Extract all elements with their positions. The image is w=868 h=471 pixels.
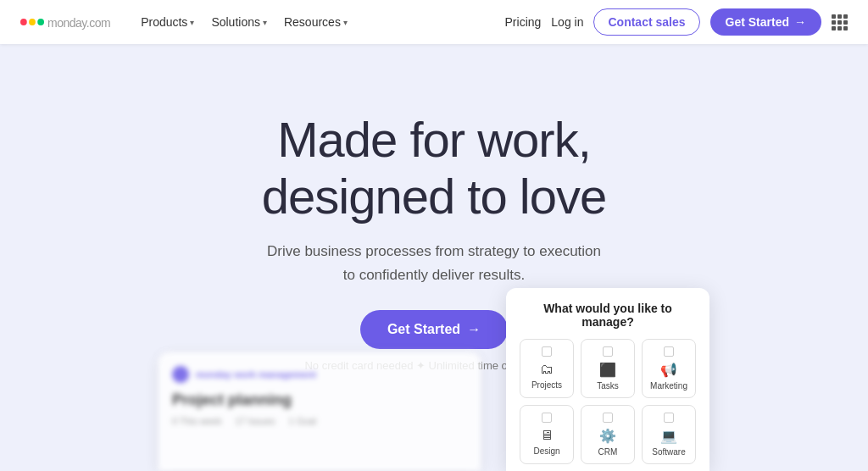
widget-item-projects[interactable]: 🗂 Projects — [520, 339, 574, 398]
checkbox-marketing[interactable] — [664, 346, 674, 357]
contact-sales-button[interactable]: Contact sales — [593, 8, 699, 36]
hero-bottom-panels: monday work management Project planning … — [0, 288, 868, 471]
panel-title: Project planning — [172, 391, 467, 409]
logo-brand-text: monday.com — [47, 14, 110, 31]
software-icon: 💻 — [660, 428, 677, 444]
resources-chevron-icon: ▾ — [343, 18, 348, 27]
panel-avatar — [172, 366, 189, 383]
widget-item-marketing[interactable]: 📢 Marketing — [642, 339, 696, 398]
crm-label: CRM — [598, 447, 618, 457]
marketing-label: Marketing — [650, 381, 687, 391]
panel-stat-3: 1 Goal — [289, 416, 316, 426]
get-started-nav-button[interactable]: Get Started → — [710, 8, 821, 36]
marketing-icon: 📢 — [660, 362, 677, 378]
widget-item-crm[interactable]: ⚙️ CRM — [581, 405, 635, 464]
navbar: monday.com Products ▾ Solutions ▾ Resour… — [0, 0, 868, 44]
hero-section: Made for work, designed to love Drive bu… — [0, 44, 868, 471]
svg-point-2 — [37, 19, 44, 25]
nav-links: Products ▾ Solutions ▾ Resources ▾ — [134, 12, 354, 32]
nav-resources[interactable]: Resources ▾ — [277, 12, 354, 32]
logo-suffix: .com — [86, 16, 110, 30]
navbar-right: Pricing Log in Contact sales Get Started… — [505, 8, 848, 36]
tasks-icon: ⬛ — [599, 362, 616, 378]
panel-header: monday work management — [172, 366, 467, 383]
checkbox-crm[interactable] — [603, 413, 613, 423]
checkbox-projects[interactable] — [542, 346, 552, 357]
widget-title: What would you like to manage? — [520, 302, 696, 329]
hero-title: Made for work, designed to love — [262, 112, 606, 224]
panel-stats: 0 This week 17 Issues 1 Goal — [172, 416, 467, 426]
manage-widget: What would you like to manage? 🗂 Project… — [506, 288, 709, 471]
panel-brand: monday work management — [196, 369, 316, 380]
nav-solutions[interactable]: Solutions ▾ — [204, 12, 274, 32]
checkbox-tasks[interactable] — [603, 346, 613, 357]
design-icon: 🖥 — [540, 428, 554, 443]
projects-icon: 🗂 — [540, 362, 554, 377]
logo-name: monday — [47, 16, 86, 30]
panel-stat-1: 0 This week — [172, 416, 222, 426]
tasks-label: Tasks — [597, 381, 619, 391]
left-panel: monday work management Project planning … — [159, 352, 481, 471]
navbar-left: monday.com Products ▾ Solutions ▾ Resour… — [20, 12, 354, 32]
widget-grid: 🗂 Projects ⬛ Tasks 📢 Marketing 🖥 Design — [520, 339, 696, 464]
nav-products[interactable]: Products ▾ — [134, 12, 201, 32]
crm-icon: ⚙️ — [599, 428, 616, 444]
hero-subtitle: Drive business processes from strategy t… — [267, 240, 601, 285]
panel-stat-2: 17 Issues — [236, 416, 275, 426]
svg-point-1 — [29, 19, 36, 25]
logo[interactable]: monday.com — [20, 14, 110, 31]
checkbox-software[interactable] — [664, 413, 674, 423]
widget-item-design[interactable]: 🖥 Design — [520, 405, 574, 464]
nav-pricing[interactable]: Pricing — [505, 15, 542, 29]
solutions-chevron-icon: ▾ — [263, 18, 267, 27]
projects-label: Projects — [531, 380, 562, 390]
software-label: Software — [652, 447, 685, 457]
widget-item-tasks[interactable]: ⬛ Tasks — [581, 339, 635, 398]
svg-point-0 — [20, 19, 27, 25]
checkbox-design[interactable] — [542, 413, 552, 423]
apps-grid-icon[interactable] — [832, 14, 848, 30]
widget-item-software[interactable]: 💻 Software — [642, 405, 696, 464]
design-label: Design — [533, 446, 559, 456]
nav-login[interactable]: Log in — [551, 15, 583, 29]
products-chevron-icon: ▾ — [190, 18, 194, 27]
logo-icon — [20, 14, 44, 30]
